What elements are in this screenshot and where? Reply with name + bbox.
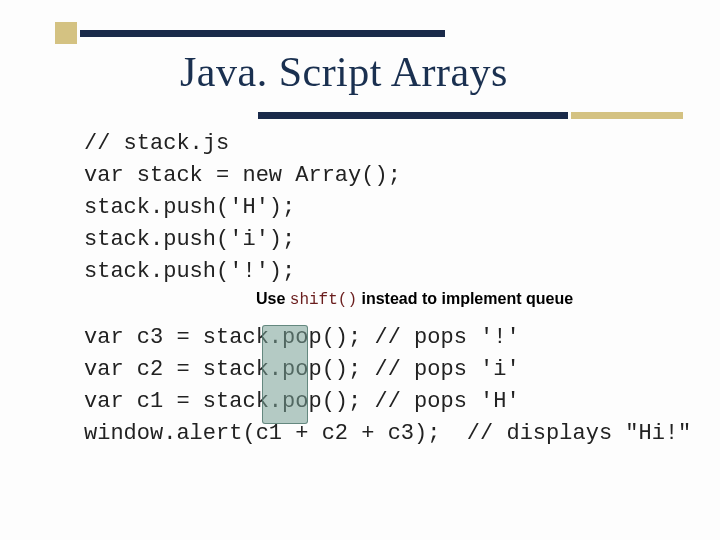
rule-top (80, 30, 445, 37)
code-block-stack-push: // stack.js var stack = new Array(); sta… (84, 128, 401, 287)
rule-mid-tan (571, 112, 683, 119)
rule-mid-dark (258, 112, 568, 119)
slide: Java. Script Arrays // stack.js var stac… (0, 0, 720, 540)
code-block-stack-pop: var c3 = stack.pop(); // pops '!' var c2… (84, 322, 691, 450)
note-suffix: instead to implement queue (357, 290, 573, 307)
annotation-note: Use shift() instead to implement queue (256, 290, 573, 309)
accent-square-icon (55, 22, 77, 44)
note-prefix: Use (256, 290, 290, 307)
slide-title: Java. Script Arrays (180, 48, 508, 96)
note-code: shift() (290, 291, 357, 309)
